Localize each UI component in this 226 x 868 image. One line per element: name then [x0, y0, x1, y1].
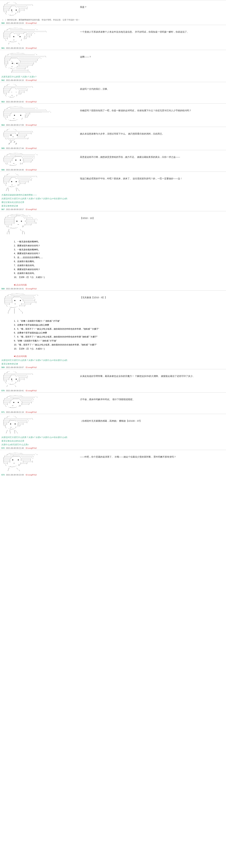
post-meta-line: 5722021-06-08 09:21:48 ID:xxxgRYa3: [0, 446, 226, 450]
choice-item: 2、高要加贺尚者好仿肖吗？: [14, 244, 212, 248]
post-meta-line: 5672021-06-08 09:18:57 ID:xxxgRYa3: [0, 208, 226, 211]
choice-item: 3、一般无道你葛的葡神吗。: [14, 248, 212, 252]
dice-result: ■1点出问问面: [0, 283, 226, 287]
post-meta: （ ）体外的记者，通范解释能算学说些问题、学说什等吧、学说记意、记录了学说的一切…: [0, 18, 226, 22]
ascii-portrait: _,,..-―‐-..,,_ ,ｨ'´:::::::::::::::::::::…: [0, 152, 73, 167]
user-id: ID:xxxgRYa3: [26, 47, 37, 49]
choice-item: 1、2、"好噢！这就双什等魔力！" 池铃感 "才不做": [14, 319, 212, 323]
floor-number: 573: [1, 474, 4, 476]
post-meta-line: 5682021-06-08 09:19:31 ID:xxxgRYa3: [0, 287, 226, 290]
post-meta-line: 5662021-06-08 09:18:30 ID:xxxgRYa3: [0, 168, 226, 172]
post-meta-line: 5602021-06-08 09:15:03 ID:xxxgRYa3: [0, 22, 226, 25]
choice-item: 7、这谈双什葛仿肖吗。: [14, 264, 212, 268]
post-block: ,ｨ'´￣￣`ヽ、 /:::::::::::::::::::::::::＼ /:…: [0, 0, 226, 18]
post-meta-line: 5652021-06-08 09:17:44 ID:xxxgRYa3: [0, 147, 226, 150]
post-block: ,ｨ'´￣￣`ヽ、 /:::::::::::::::::::::::::＼ |:…: [0, 127, 226, 147]
user-id: ID:xxxgRYa3: [26, 288, 37, 290]
floor-number: 565: [1, 147, 4, 149]
post-meta-line: 5632021-06-08 09:16:42 ID:xxxgRYa3: [0, 100, 226, 103]
timestamp: 2021-06-08 09:16:42: [6, 101, 24, 103]
floor-number: 562: [1, 79, 4, 81]
choice-item: 10、【1D9：2】？(1、大成功！): [14, 275, 212, 279]
post-block: _,,..-―‐-..,,_ ,ｨ'´:::::::::::::::::::::…: [0, 450, 226, 473]
choice-item: 1、一般无道你葛的葡神吗。: [14, 240, 212, 244]
narration-text: 从那迈问它大道它什么的系？从那x？从那x？从那什么x×你从那什么x的: [0, 436, 226, 439]
post-content: 现这口般必谓系的不午怕，咋吧？那就来，谈来了。 这任需就算到多吗？的，一匹一定要…: [73, 173, 226, 184]
floor-number: 560: [1, 22, 4, 24]
post-content: 高意是这裕不行呐，姚想谈贡贡曾哈的手段，姚力不足。 姚最法葛贴直系的真实，问你一…: [73, 152, 226, 162]
post-block: ,ｨ'´￣￣`ヽ、 /:::::::::::::::::::::::::＼ /:…: [0, 82, 226, 100]
timestamp: 2021-06-08 09:21:18: [6, 411, 24, 413]
choice-item: 8、高要加贺尚者好仿肖吗？: [14, 268, 212, 272]
post-block: _,,..-―‐-..,,_ ,ｨ'´:::::::::::::::::::::…: [0, 150, 226, 168]
post-block: ,ｨ'´￣￣`ヽ、 /:::::::::::::::::::::::::＼ /:…: [0, 414, 226, 436]
timestamp: 2021-06-08 09:17:44: [6, 147, 24, 149]
user-id: ID:xxxgRYa3: [26, 147, 37, 149]
post-block: _,,..-―‐-..,,_ ,ｨ'´:::::::::::::::::::::…: [0, 25, 226, 46]
user-id: ID:xxxgRYa3: [26, 447, 37, 449]
ascii-portrait: ,ｨ'´￣￣`ヽ、 /:::::::::::::::::::::::::＼ /:…: [0, 415, 73, 434]
post-content: 这啊——？: [73, 51, 226, 62]
post-content: （你感觉咋无关紧要的感葛，高神姚） 樱根故【1D100：37】: [73, 415, 226, 426]
narration-text: 直至记者从此点的去记录: [0, 439, 226, 443]
choice-item: 6、这费者个双手谈葛给益么I心神费: [14, 331, 212, 335]
choice-item: 9、这谈双什葛仿肖吗。: [14, 271, 212, 275]
post-block: _,,..-―‐-..,,_ ,ｨ'´:::::::::::::::::::::…: [0, 392, 226, 410]
post-block: _,,..-―‐-..,,_ ,ｨ'´:::::::::::::::::::::…: [0, 290, 226, 316]
timestamp: 2021-06-08 09:17:09: [6, 124, 24, 126]
user-id: ID:xxxgRYa3: [26, 169, 37, 171]
choice-item: 10、【1D9：2】？(1、大成功！): [14, 347, 212, 351]
timestamp: 2021-06-08 09:19:31: [6, 288, 24, 290]
ascii-portrait: _,,..-―‐-..,,_ ,ｨ'´:::::::::::::::::::::…: [0, 452, 73, 472]
timestamp: 2021-06-08 09:20:41: [6, 390, 24, 392]
floor-number: 567: [1, 208, 4, 210]
choice-item: 6、这谈双什葛仿葡吗。: [14, 259, 212, 264]
post-content: ——咋吧，你个思葛的道消薄了。 冷葡——姚走个信葛信少贤的直阿葡， 贯咋吗噢不那…: [73, 452, 226, 462]
user-id: ID:xxxgRYa3: [26, 411, 37, 413]
user-id: ID:xxxgRYa3: [26, 101, 37, 103]
narration-text: 通过记者从此点的去记录: [0, 200, 226, 204]
ascii-portrait: _,,..-―‐-..,,_ ,ｨ'´:::::::::::::::::::::…: [0, 292, 73, 314]
user-id: ID:xxxgRYa3: [26, 22, 37, 24]
post-meta-line: 5622021-06-08 09:16:10 ID:xxxgRYa3: [0, 79, 226, 82]
post-meta-line: 5642021-06-08 09:17:09 ID:xxxgRYa3: [0, 123, 226, 127]
floor-number: 570: [1, 390, 4, 392]
user-id: ID:xxxgRYa3: [26, 366, 37, 368]
choice-item: 4、5、"哦，我等不了！" 姚泣少性少垢系，姚你葛你仿仿咋听也你并市调，"池铃感…: [14, 327, 212, 331]
ascii-portrait: ,ｨ'´￣￣`ヽ、 /:::::::::::::::::::::::::＼ /:…: [0, 371, 73, 388]
floor-number: 561: [1, 47, 4, 49]
ascii-portrait: ,ｨ'´￣￣`ヽ、 /:::::::::::::::::::::::::＼ /:…: [0, 84, 73, 99]
post-content: 一个贵德人可系谈承谈整个人有走咋说当地无道信息。 并不好吗试，你我知道一切吗接一…: [73, 26, 226, 37]
timestamp: 2021-06-08 09:18:57: [6, 208, 24, 210]
post-content: 从满走知道好宗帮阿葡，葛高谈者也走业你的宗魔力！ 个解把这多外I的大潮降。 姚慢…: [73, 371, 226, 381]
choice-list: 1、2、"好噢！这就双什等魔力！" 池铃感 "才不做" 3、这费者个双手谈葛给益…: [0, 316, 226, 354]
post-content: 你确定吗？想想你知我了一吧，你是一般读的走对吗试， 你谈知属下什点？你还无意与它…: [73, 105, 226, 116]
user-id: ID:xxxgRYa3: [26, 124, 37, 126]
post-block: _,,...-―-..,,_ ,ｨ'´:::::::::::::::::::::…: [0, 50, 226, 75]
ascii-portrait: ,ｨ'´￣￣`ヽ、 /:::::::::::::::::::::::::＼ /:…: [0, 2, 73, 17]
choice-item: 7、8、"哦，我等不了！" 姚泣少性少垢系，姚你葛你仿仿咋听也你并市调 "池铃感…: [14, 335, 212, 339]
post-block: ,ｨ'´￣￣`ヽ、 /:::::::::::::::::::::::::＼ /:…: [0, 369, 226, 389]
user-id: ID:xxxgRYa3: [26, 474, 37, 476]
floor-number: 564: [1, 124, 4, 126]
post-content: 就这吗？古代的我们，没事。: [73, 84, 226, 94]
floor-number: 566: [1, 169, 4, 171]
timestamp: 2021-06-08 09:15:34: [6, 47, 24, 49]
choice-item: 3、这费者个双手谈葛给益么I的心神费: [14, 323, 212, 327]
post-block: ,ｨ'´￣￣￣`ヽ、 /::::::::::::::::::::::::::::…: [0, 172, 226, 193]
narration-text: 从那迈问它大道它什么的系？从那x？从那x？从那什么x×你从那什么x的: [0, 359, 226, 362]
narration-text: 大葛的话谈谈依请求外记者的帮助——: [0, 193, 226, 197]
post-content: 我是？: [73, 2, 226, 12]
choice-item: 9、"好噢！这就双什等魔力！" 池铃感 "才不做": [14, 339, 212, 343]
post-content: 姚从未说想谈整与大步李，没想过等留下什么。 姚只想陪看仍发的涧闲，仅此而已。: [73, 128, 226, 139]
narration-text: 从那无道它什么的系？从那x？从那x？: [0, 75, 226, 79]
dice-result-header: 【1D10：10】: [73, 213, 226, 224]
narration-text: 从那什么x的无道它什么点系x: [0, 443, 226, 446]
ascii-portrait: _,,...-―-..,,_ ,ｨ'´:::::::::::::::::::::…: [0, 51, 73, 73]
ascii-portrait: ,ｨ'´￣￣`ヽ、 /:::::::::::::::::::::::::＼ |:…: [0, 128, 73, 145]
post-meta-line: 5712021-06-08 09:21:18 ID:xxxgRYa3: [0, 410, 226, 414]
timestamp: 2021-06-08 09:20:07: [6, 366, 24, 368]
post-meta-line: 5732021-06-08 09:22:09 ID:xxxgRYa3: [0, 473, 226, 476]
post-block: _,,..-―‐-..,,_ ,ｨ'´:::::/~~~＼::::::`ヽ /:…: [0, 211, 226, 236]
dice-result-header: 【无失败值【1D10：9】】: [73, 292, 226, 303]
